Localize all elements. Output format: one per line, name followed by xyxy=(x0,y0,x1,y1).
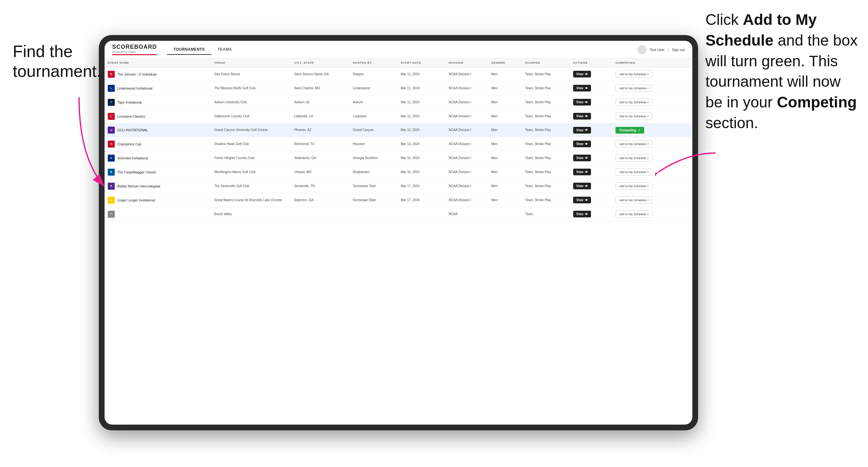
actions-cell: View 👁 xyxy=(570,137,613,151)
check-icon: ✓ xyxy=(638,128,641,132)
city-cell: Saint Charles, MO xyxy=(291,81,350,95)
table-row: SSchenkel InvitationalForest Heights Cou… xyxy=(104,151,692,165)
city-cell: Auburn, AL xyxy=(291,95,350,110)
view-button[interactable]: View 👁 xyxy=(573,127,591,133)
eye-icon: 👁 xyxy=(585,143,588,146)
eye-icon: 👁 xyxy=(585,185,588,188)
actions-cell: View 👁 xyxy=(570,179,613,193)
add-to-schedule-button[interactable]: Add to My Schedule + xyxy=(616,210,652,218)
event-name-text: GCU INVITATIONAL xyxy=(117,128,148,132)
actions-cell: View 👁 xyxy=(570,123,613,137)
actions-cell: View 👁 xyxy=(570,207,613,221)
gender-cell: Men xyxy=(488,151,522,165)
scoring-cell: Team, Stroke Play xyxy=(522,193,570,207)
view-button[interactable]: View 👁 xyxy=(573,71,591,77)
annotation-left-line2: tournament. xyxy=(13,61,101,81)
eye-icon: 👁 xyxy=(585,170,588,174)
gender-cell: Men xyxy=(488,95,522,110)
add-to-schedule-button[interactable]: Add to My Schedule + xyxy=(616,154,652,162)
event-name-text: The Johnnie - O Individual xyxy=(117,72,156,76)
logo-area: SCOREBOARD Powered by clippd xyxy=(112,44,157,55)
annotation-right: Click Add to My Schedule and the box wil… xyxy=(706,9,859,133)
add-to-schedule-button[interactable]: Add to My Schedule + xyxy=(616,182,652,190)
eye-icon: 👁 xyxy=(585,157,588,160)
add-to-schedule-button[interactable]: Add to My Schedule + xyxy=(616,85,652,92)
gender-cell: Men xyxy=(488,165,522,179)
team-logo: ? xyxy=(108,211,115,218)
view-button[interactable]: View 👁 xyxy=(573,85,591,92)
table-row: GGCU INVITATIONALGrand Canyon University… xyxy=(104,123,692,137)
city-cell: Statesboro, GA xyxy=(291,151,350,165)
annotation-right-bold2: Competing xyxy=(777,94,857,111)
hosted-by-cell: Kennesaw State xyxy=(350,193,398,207)
view-button[interactable]: View 👁 xyxy=(573,211,591,217)
division-cell: NCAA Division I xyxy=(446,123,488,137)
annotation-left: Find the tournament. xyxy=(13,41,101,81)
city-cell: Phoenix, AZ xyxy=(291,123,350,137)
city-cell: Richmond, TX xyxy=(291,137,350,151)
division-cell: NCAA Division I xyxy=(446,137,488,151)
venue-cell: Brook Valley xyxy=(211,207,291,221)
add-to-schedule-button[interactable]: Add to My Schedule + xyxy=(616,70,652,78)
venue-cell: Worthington Manor Golf Club xyxy=(211,165,291,179)
view-button[interactable]: View 👁 xyxy=(573,183,591,189)
event-name-cell-8: BBobby Nichols Intercollegiate xyxy=(104,179,211,193)
actions-cell: View 👁 xyxy=(570,67,613,81)
team-logo: R xyxy=(108,71,115,78)
event-name-text: Champions Cup xyxy=(117,142,141,146)
view-button[interactable]: View 👁 xyxy=(573,155,591,161)
venue-cell: Sea Palms Resort xyxy=(211,67,291,81)
start-date-cell xyxy=(398,207,445,221)
add-to-schedule-button[interactable]: Add to My Schedule + xyxy=(616,196,652,204)
user-name: Test User xyxy=(650,48,664,52)
city-cell: Urbana, MD xyxy=(291,165,350,179)
tab-tournaments[interactable]: TOURNAMENTS xyxy=(167,44,211,55)
hosted-by-cell xyxy=(350,207,398,221)
table-row: LLouisiana ClassicsOakbourne Country Clu… xyxy=(104,110,692,123)
start-date-cell: Mar 16, 2024 xyxy=(398,165,445,179)
actions-cell: View 👁 xyxy=(570,95,613,110)
col-header-venue: VENUE xyxy=(211,59,291,67)
team-logo: K xyxy=(108,197,115,204)
view-button[interactable]: View 👁 xyxy=(573,168,591,175)
table-header-row: EVENT NAME VENUE CITY, STATE HOSTED BY S… xyxy=(104,59,692,67)
view-button[interactable]: View 👁 xyxy=(573,141,591,147)
actions-cell: View 👁 xyxy=(570,193,613,207)
venue-cell: Shadow Hawk Golf Club xyxy=(211,137,291,151)
event-name-text: Linger Longer Invitational xyxy=(117,198,155,202)
start-date-cell: Mar 11, 2024 xyxy=(398,67,445,81)
scoring-cell: Team, Stroke Play xyxy=(522,95,570,110)
gender-cell: Men xyxy=(488,137,522,151)
tab-teams[interactable]: TEAMS xyxy=(211,44,239,55)
competing-button[interactable]: Competing ✓ xyxy=(616,127,644,133)
venue-cell: Forest Heights Country Club xyxy=(211,151,291,165)
add-to-schedule-button[interactable]: Add to My Schedule + xyxy=(616,98,652,106)
scoring-cell: Team, Stroke Play xyxy=(522,165,570,179)
view-button[interactable]: View 👁 xyxy=(573,99,591,105)
competing-cell: Add to My Schedule + xyxy=(612,110,692,123)
col-header-hosted: HOSTED BY xyxy=(350,59,398,67)
scoring-cell: Team, Stroke Play xyxy=(522,67,570,81)
view-button[interactable]: View 👁 xyxy=(573,197,591,204)
eye-icon: 👁 xyxy=(585,73,588,76)
add-to-schedule-button[interactable]: Add to My Schedule + xyxy=(616,113,652,120)
logo-bar xyxy=(112,54,157,55)
actions-cell: View 👁 xyxy=(570,151,613,165)
gender-cell: Men xyxy=(488,179,522,193)
scoring-cell: Team, Stroke Play xyxy=(522,137,570,151)
add-to-schedule-button[interactable]: Add to My Schedule + xyxy=(616,168,652,176)
competing-cell: Competing ✓ xyxy=(612,123,692,137)
city-cell: Lafayette, LA xyxy=(291,110,350,123)
annotation-right-text1: Click xyxy=(706,11,743,28)
col-header-gender: GENDER xyxy=(488,59,522,67)
division-cell: NCAA Division I xyxy=(446,110,488,123)
hosted-by-cell: Binghamton xyxy=(350,165,398,179)
actions-cell: View 👁 xyxy=(570,81,613,95)
tablet-screen: SCOREBOARD Powered by clippd TOURNAMENTS… xyxy=(104,41,692,425)
sign-out-link[interactable]: Sign out xyxy=(672,48,685,52)
app-header: SCOREBOARD Powered by clippd TOURNAMENTS… xyxy=(104,41,692,59)
view-button[interactable]: View 👁 xyxy=(573,113,591,120)
add-to-schedule-button[interactable]: Add to My Schedule + xyxy=(616,140,652,148)
gender-cell: Men xyxy=(488,123,522,137)
scoring-cell: Team, Stroke Play xyxy=(522,179,570,193)
